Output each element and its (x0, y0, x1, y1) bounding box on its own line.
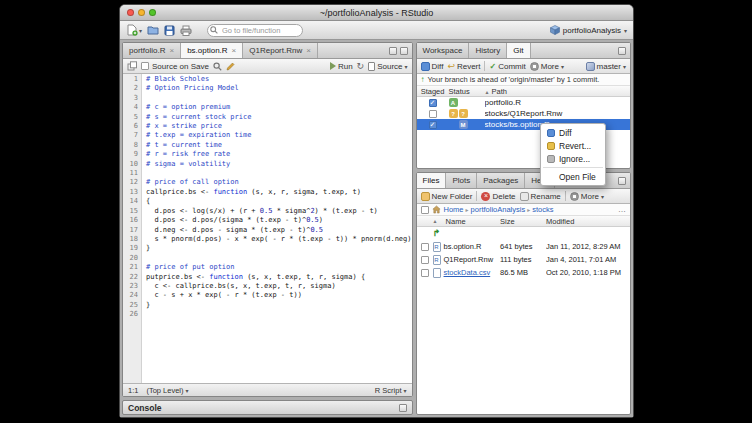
rename-button[interactable]: Rename (520, 192, 561, 201)
breadcrumb-item[interactable]: Home (444, 205, 464, 214)
tab-history[interactable]: History (469, 43, 507, 58)
git-more-button[interactable]: More ▾ (530, 62, 564, 71)
files-more-button[interactable]: More ▾ (570, 192, 604, 201)
file-row[interactable]: stockData.csv86.5 MBOct 20, 2010, 1:18 P… (417, 266, 630, 279)
goto-file-input[interactable] (207, 24, 303, 37)
git-file-path: portfolio.R (485, 98, 630, 107)
maximize-pane-icon[interactable] (618, 177, 626, 185)
breadcrumb-item[interactable]: portfolioAnalysis (471, 205, 526, 214)
path-more-button[interactable]: … (618, 205, 626, 214)
new-folder-label: New Folder (432, 192, 473, 201)
minimize-pane-icon[interactable] (389, 47, 397, 55)
git-file-row[interactable]: ??stocks/Q1Report.Rnw (417, 108, 630, 119)
file-checkbox[interactable] (421, 243, 429, 251)
find-icon[interactable] (213, 62, 222, 71)
file-name-link[interactable]: stockData.csv (444, 268, 491, 277)
source-tab[interactable]: bs.option.R× (181, 43, 243, 58)
revert-button[interactable]: ↩ Revert (447, 62, 480, 71)
file-type-selector[interactable]: R Script ▾ (375, 386, 407, 395)
source-dropdown-icon[interactable]: ▾ (405, 63, 408, 70)
project-selector[interactable]: portfolioAnalysis ▾ (550, 25, 627, 35)
editor-statusbar: 1:1 (Top Level) ▾ R Script ▾ (123, 383, 412, 396)
file-row[interactable]: Rbs.option.R641 bytesJan 11, 2012, 8:29 … (417, 240, 630, 253)
close-tab-icon[interactable]: × (169, 46, 174, 55)
menu-item-revert[interactable]: Revert... (541, 139, 605, 152)
delete-button[interactable]: × Delete (481, 192, 515, 201)
popout-icon[interactable] (127, 61, 137, 71)
tab-workspace[interactable]: Workspace (417, 43, 470, 58)
close-tab-icon[interactable]: × (232, 46, 237, 55)
file-checkbox[interactable] (421, 256, 429, 264)
new-folder-button[interactable]: New Folder (421, 192, 473, 201)
maximize-pane-icon[interactable] (400, 47, 408, 55)
up-directory-icon[interactable]: ↱ (433, 229, 441, 238)
rerun-icon[interactable]: ↻ (357, 62, 365, 71)
source-tab[interactable]: portfolio.R× (123, 43, 181, 58)
select-all-checkbox[interactable] (421, 206, 429, 214)
pane-buttons (389, 43, 412, 58)
cursor-position: 1:1 (128, 386, 138, 395)
source-button[interactable]: Source ▾ (368, 62, 407, 71)
file-name-link[interactable]: bs.option.R (444, 242, 482, 251)
column-name[interactable]: ▲ Name (433, 217, 500, 226)
scope-selector[interactable]: (Top Level) ▾ (146, 386, 188, 395)
diff-button[interactable]: Diff (421, 62, 444, 71)
tab-git[interactable]: Git (507, 43, 530, 58)
column-path[interactable]: ▲ Path (485, 87, 630, 96)
code-tools-icon[interactable] (226, 62, 235, 71)
parent-directory-row[interactable]: ↱ (417, 227, 630, 240)
file-type-dropdown-icon[interactable]: ▾ (404, 387, 407, 394)
save-button[interactable] (164, 25, 175, 36)
staged-checkbox[interactable]: ✓ (429, 121, 437, 129)
file-name-link[interactable]: Q1Report.Rnw (444, 255, 494, 264)
scope-dropdown-icon[interactable]: ▾ (186, 387, 189, 394)
pane-buttons (618, 173, 630, 188)
open-file-button[interactable] (147, 24, 159, 36)
run-button[interactable]: Run (330, 62, 353, 71)
branch-dropdown-icon[interactable]: ▾ (623, 63, 626, 70)
file-row[interactable]: RQ1Report.Rnw111 bytesJan 4, 2011, 7:01 … (417, 253, 630, 266)
tab-packages[interactable]: Packages (477, 173, 525, 188)
git-toolbar: Diff ↩ Revert ✓ Commit More ▾ (417, 59, 630, 74)
files-pane: Files Plots Packages Help New Folder (416, 172, 631, 415)
menu-item-open-file[interactable]: Open File (541, 170, 605, 183)
commit-button[interactable]: ✓ Commit (489, 62, 525, 71)
git-file-row[interactable]: ✓Aportfolio.R (417, 97, 630, 108)
file-type-label: R Script (375, 386, 402, 395)
project-dropdown-icon[interactable]: ▾ (624, 27, 627, 34)
staged-checkbox[interactable] (429, 110, 437, 118)
close-tab-icon[interactable]: × (306, 46, 311, 55)
scope-label: (Top Level) (146, 386, 183, 395)
branch-selector[interactable]: master ▾ (586, 62, 626, 71)
close-window-button[interactable] (127, 9, 134, 16)
console-pane-header[interactable]: Console (122, 400, 413, 415)
goto-file-search[interactable] (207, 24, 303, 37)
column-staged[interactable]: Staged (417, 87, 449, 96)
file-checkbox[interactable] (421, 269, 429, 277)
more-dropdown-icon[interactable]: ▾ (561, 63, 564, 70)
tab-files[interactable]: Files (417, 173, 447, 188)
code-editor[interactable]: 1234567891011121314151617181920212223242… (123, 74, 412, 383)
staged-checkbox[interactable]: ✓ (429, 99, 437, 107)
files-more-dropdown-icon[interactable]: ▾ (601, 193, 604, 200)
checkbox-icon[interactable] (141, 62, 149, 70)
column-status[interactable]: Status (449, 87, 485, 96)
print-button[interactable] (180, 25, 192, 36)
source-on-save-checkbox[interactable]: Source on Save (141, 62, 209, 71)
expand-console-icon[interactable] (399, 404, 407, 412)
maximize-pane-icon[interactable] (618, 47, 626, 55)
line-numbers: 1234567891011121314151617181920212223242… (123, 74, 142, 383)
window-titlebar[interactable]: ~/portfolioAnalysis - RStudio (120, 5, 633, 21)
zoom-window-button[interactable] (149, 9, 156, 16)
tab-plots[interactable]: Plots (446, 173, 477, 188)
menu-item-diff[interactable]: Diff (541, 126, 605, 139)
column-size[interactable]: Size (500, 217, 546, 226)
source-tab[interactable]: Q1Report.Rnw× (243, 43, 318, 58)
code-content[interactable]: # Black Scholes# Option Pricing Model # … (142, 74, 412, 383)
menu-item-ignore[interactable]: Ignore... (541, 152, 605, 165)
minimize-window-button[interactable] (138, 9, 145, 16)
column-modified[interactable]: Modified (546, 217, 630, 226)
new-file-button[interactable]: ▾ (126, 24, 142, 36)
new-file-dropdown-icon[interactable]: ▾ (139, 27, 142, 34)
breadcrumb-item[interactable]: stocks (532, 205, 553, 214)
